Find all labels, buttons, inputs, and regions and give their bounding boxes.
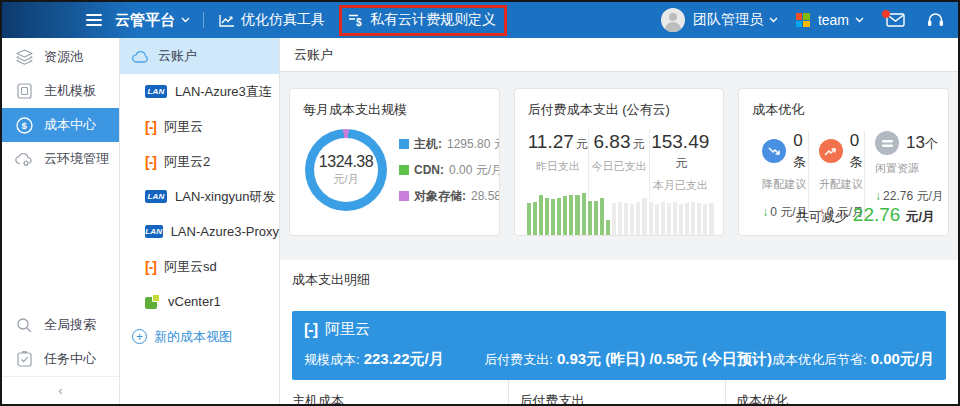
plus-circle-icon: + [132, 329, 147, 344]
card-title: 成本优化 [752, 101, 935, 119]
cost-view-item[interactable]: LAN [-] LAN-Azure3-Proxy [120, 214, 279, 249]
sidebar-item-cost-center[interactable]: $ 成本中心 [2, 108, 119, 142]
optimization-count: 0条 [850, 131, 864, 171]
primary-sidebar: 资源池 主机模板 $ 成本中心 云环境管理 [2, 38, 120, 404]
bar [642, 198, 646, 235]
trend-down-icon [768, 146, 781, 157]
billing-rules-icon: $ [348, 13, 364, 27]
nav-item-label: 优化仿真工具 [241, 11, 325, 29]
user-role-menu[interactable]: 团队管理员 [693, 11, 778, 29]
user-role-label: 团队管理员 [693, 11, 763, 29]
svg-text:$: $ [356, 17, 362, 27]
legend-value: 1295.80 元/月 [447, 136, 500, 153]
alibaba-cloud-icon: [-] [145, 119, 156, 135]
line-chart-icon [219, 14, 235, 27]
legend-swatch [399, 139, 409, 149]
sidebar-item-cloud-env[interactable]: 云环境管理 [2, 142, 119, 176]
account-metric: 成本优化后节省:0.00元/月 [772, 350, 934, 369]
metric-label: 成本优化后节省: [772, 352, 867, 367]
add-cost-view-button[interactable]: + 新的成本视图 [120, 319, 279, 354]
table-column-header: 成本优化 [725, 380, 946, 406]
bar [624, 203, 628, 235]
sidebar-item-label: 资源池 [44, 48, 83, 66]
cost-view-item[interactable]: LAN [-] 阿里云2 [120, 144, 279, 179]
nav-item-billing-rules[interactable]: $ 私有云计费规则定义 [339, 5, 507, 36]
summary-value: 22.76 [853, 204, 901, 226]
legend-swatch [399, 191, 409, 201]
section-title: 成本支出明细 [292, 271, 946, 289]
sidebar-collapse-button[interactable]: ‹ [2, 376, 119, 404]
support-button[interactable] [927, 12, 944, 28]
bar [661, 202, 665, 235]
chevron-down-icon [769, 17, 778, 23]
cost-view-item-label: 阿里云sd [164, 258, 217, 276]
brand-menu[interactable]: 云管平台 [115, 11, 190, 30]
cost-view-item[interactable]: LAN [-] vCenter1 [120, 284, 279, 319]
sidebar-item-task-center[interactable]: 任务中心 [2, 342, 119, 376]
hamburger-menu-icon[interactable] [86, 14, 102, 26]
notification-badge [882, 10, 890, 18]
card-title: 后付费成本支出 (公有云) [528, 101, 711, 119]
legend-row: 对象存储: 28.58 元/月 [399, 188, 500, 205]
sidebar-item-label: 任务中心 [44, 350, 96, 368]
page-title-bar: 云账户 [280, 38, 958, 72]
bar [685, 203, 689, 235]
sidebar-item-resource-pool[interactable]: 资源池 [2, 40, 119, 74]
chevron-down-icon [855, 17, 864, 23]
legend-name: 主机: [414, 136, 442, 153]
headset-icon [927, 12, 944, 28]
metric-label: 后付费支出: [484, 352, 553, 367]
cost-view-item[interactable]: LAN [-] LAN-Azure3直连 [120, 74, 279, 109]
cost-view-cloud-accounts[interactable]: 云账户 [120, 38, 279, 74]
cost-view-item[interactable]: LAN [-] LAN-xingyun研发 [120, 179, 279, 214]
cost-view-item[interactable]: LAN [-] 阿里云 [120, 109, 279, 144]
page-title: 云账户 [294, 46, 333, 64]
bar [557, 198, 561, 235]
nav-item-simulation-tool[interactable]: 优化仿真工具 [219, 11, 325, 29]
sidebar-item-host-template[interactable]: 主机模板 [2, 74, 119, 108]
body-row: 资源池 主机模板 $ 成本中心 云环境管理 [2, 38, 958, 404]
team-logo-icon [796, 13, 810, 27]
legend-name: 对象存储: [414, 188, 466, 205]
postpaid-stats: 11.27元 昨日支出 6.83元 今日已支出 153.49元 本月 [528, 129, 711, 199]
legend-row: CDN: 0.00 元/月 [399, 162, 500, 179]
sidebar-item-global-search[interactable]: 全局搜索 [2, 308, 119, 342]
avatar[interactable] [661, 8, 685, 32]
cost-optimization-card: 成本优化 0条 [738, 88, 949, 236]
sidebar-item-label: 全局搜索 [44, 316, 96, 334]
cost-center-icon: $ [15, 116, 33, 134]
account-summary-banner[interactable]: [-] 阿里云 规模成本:223.22元/月 后付费支出:0.93元 (昨日) … [292, 311, 946, 380]
bar [606, 220, 610, 235]
idle-resource-icon [882, 140, 893, 147]
legend-name: CDN: [414, 163, 444, 177]
bar [679, 204, 683, 235]
messages-button[interactable] [886, 13, 905, 27]
delta-arrow-icon: ↓ [875, 189, 881, 203]
optimization-icon [875, 131, 899, 155]
vcenter-icon [145, 294, 160, 309]
summary-unit: 元/月 [905, 208, 935, 226]
sidebar-spacer [2, 176, 119, 308]
layers-icon [15, 48, 33, 66]
team-menu[interactable]: team [818, 12, 864, 28]
topbar-right: 团队管理员 team [661, 8, 958, 32]
stat-value: 6.83 [594, 131, 631, 152]
alibaba-cloud-icon: [-] [145, 154, 156, 170]
cost-view-sidebar: 云账户 LAN [-] LAN-Azure3直连 LAN [-] [120, 38, 280, 404]
optimization-delta: ↓22.76 元/月 [875, 188, 944, 205]
bar [618, 202, 622, 235]
bar [667, 203, 671, 235]
bar [527, 203, 531, 235]
cost-view-item[interactable]: LAN [-] 阿里云sd [120, 249, 279, 284]
search-icon [15, 316, 33, 334]
metric-value: 0.00元/月 [871, 350, 934, 367]
trend-up-icon [824, 146, 837, 157]
summary-cards: 每月成本支出规模 1324.38 元/月 [289, 88, 949, 236]
table-column-header: 主机成本 [292, 380, 508, 406]
stat-block: 11.27元 昨日支出 [528, 129, 588, 199]
chevron-down-icon [181, 17, 190, 23]
optimization-icon [819, 139, 843, 163]
delta-arrow-icon: ↓ [762, 205, 768, 219]
metric-value: 0.93元 (昨日) /0.58元 (今日预计) [557, 350, 772, 367]
donut-total: 1324.38 [319, 153, 373, 171]
